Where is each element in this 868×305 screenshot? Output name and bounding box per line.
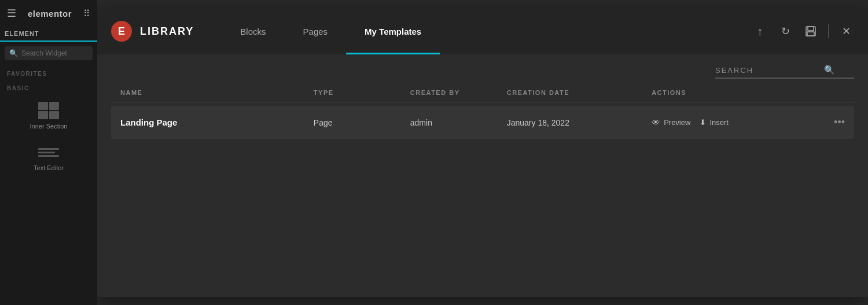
table-header: NAME TYPE CREATED BY CREATION DATE ACTIO… (111, 83, 854, 102)
sidebar: ☰ elementor ⠿ ELEMENT 🔍 FAVORITES BASIC … (0, 0, 97, 305)
search-widget-icon: 🔍 (9, 49, 18, 57)
tab-blocks[interactable]: Blocks (222, 8, 284, 54)
sync-icon[interactable]: ↻ (777, 23, 793, 39)
widget-item-text-editor[interactable]: Text Editor (0, 135, 97, 177)
search-input-icon: 🔍 (824, 65, 835, 75)
search-widget-bar[interactable]: 🔍 (5, 46, 93, 60)
library-tabs: Blocks Pages My Templates (222, 8, 752, 54)
row-name: Landing Page (120, 117, 314, 127)
row-created-by: admin (410, 118, 507, 127)
library-table: NAME TYPE CREATED BY CREATION DATE ACTIO… (111, 83, 854, 297)
library-logo: E (111, 21, 132, 42)
svg-rect-1 (808, 27, 814, 31)
inner-section-label: Inner Section (30, 123, 68, 130)
preview-button[interactable]: 👁 Preview (652, 117, 690, 127)
sidebar-tab-bar: ELEMENT (0, 27, 97, 42)
header-divider (828, 24, 829, 38)
search-widget-input[interactable] (21, 49, 88, 57)
row-creation-date: January 18, 2022 (507, 118, 652, 127)
insert-icon: ⬇ (700, 118, 706, 127)
library-header-actions: ↑ ↻ ✕ (752, 23, 854, 39)
col-name: NAME (120, 89, 314, 96)
sidebar-top-bar: ☰ elementor ⠿ (0, 0, 97, 27)
hamburger-menu-icon[interactable]: ☰ (7, 7, 16, 20)
preview-icon: 👁 (652, 117, 660, 127)
insert-label: Insert (709, 118, 729, 127)
favorites-section-label: FAVORITES (0, 65, 97, 79)
library-body: 🔍 NAME TYPE CREATED BY CREATION DATE ACT… (97, 54, 868, 297)
library-logo-letter: E (118, 25, 125, 38)
library-search-input[interactable] (715, 66, 819, 75)
upload-icon[interactable]: ↑ (752, 23, 768, 39)
col-type: TYPE (314, 89, 410, 96)
col-actions: ACTIONS (652, 89, 845, 96)
text-editor-label: Text Editor (34, 164, 64, 171)
col-creation-date: CREATION DATE (507, 89, 652, 96)
main-area: E LIBRARY Blocks Pages My Templates ↑ ↻ (97, 0, 868, 305)
search-input-wrapper: 🔍 (715, 65, 854, 79)
inner-section-icon (38, 102, 59, 119)
svg-rect-2 (807, 32, 814, 36)
save-icon[interactable] (803, 23, 819, 39)
col-created-by: CREATED BY (410, 89, 507, 96)
preview-label: Preview (664, 118, 690, 127)
grid-icon[interactable]: ⠿ (83, 8, 90, 19)
text-editor-icon (38, 144, 59, 161)
table-row: Landing Page Page admin January 18, 2022… (111, 106, 854, 139)
tab-my-templates[interactable]: My Templates (346, 8, 440, 54)
library-modal: E LIBRARY Blocks Pages My Templates ↑ ↻ (97, 8, 868, 297)
sidebar-tab-label[interactable]: ELEMENT (5, 27, 93, 41)
basic-section-label: BASIC (0, 79, 97, 94)
close-icon[interactable]: ✕ (838, 23, 854, 39)
library-header: E LIBRARY Blocks Pages My Templates ↑ ↻ (97, 8, 868, 54)
app-name-label: elementor (28, 9, 72, 19)
tab-pages[interactable]: Pages (285, 8, 347, 54)
more-actions-button[interactable]: ••• (834, 116, 845, 128)
row-actions: 👁 Preview ⬇ Insert ••• (652, 116, 845, 128)
insert-button[interactable]: ⬇ Insert (700, 118, 729, 127)
widget-item-inner-section[interactable]: Inner Section (0, 94, 97, 135)
library-search-bar: 🔍 (111, 54, 854, 83)
row-type: Page (314, 118, 410, 127)
library-title: LIBRARY (140, 25, 194, 38)
